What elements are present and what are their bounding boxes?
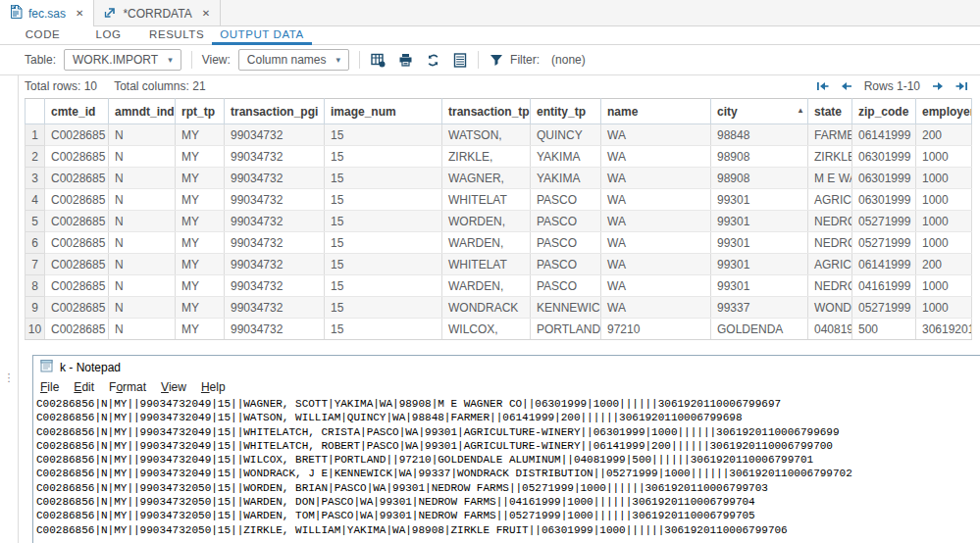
cell-rpt_tp[interactable]: MY [176,189,225,211]
cell-city[interactable]: 98848 [711,124,808,146]
cell-state[interactable]: NEDROW F [808,232,852,254]
cell-employer[interactable]: 1000 [916,211,972,232]
subtab-code[interactable]: CODE [10,26,76,45]
cell-amndt_ind[interactable]: N [109,146,176,168]
cell-state[interactable]: M E WAGN [808,168,852,189]
cell-employer[interactable]: 1000 [916,168,972,189]
cell-zip_code[interactable]: 06301999 [852,189,916,211]
cell-city[interactable]: 99301 [711,211,808,232]
cell-entity_tp[interactable]: YAKIMA [531,146,601,168]
cell-cmte_id[interactable]: C0028685 [45,124,109,146]
column-header-image_num[interactable]: image_num [325,99,442,124]
close-icon[interactable]: ✕ [202,8,210,19]
cell-image_num[interactable]: 15 [325,168,442,189]
row-number[interactable]: 1 [26,124,45,146]
cell-entity_tp[interactable]: PASCO [531,189,601,211]
cell-transaction_tp[interactable]: WATSON, [442,124,531,146]
cell-state[interactable]: FARMER [808,124,852,146]
row-number[interactable]: 3 [26,168,45,189]
row-number[interactable]: 5 [26,211,45,232]
cell-zip_code[interactable]: 500 [852,319,916,340]
cell-cmte_id[interactable]: C0028685 [45,254,109,275]
cell-cmte_id[interactable]: C0028685 [45,146,109,168]
cell-zip_code[interactable]: 06301999 [852,146,916,168]
row-number[interactable]: 6 [26,232,45,254]
cell-image_num[interactable]: 15 [325,124,442,146]
cell-name[interactable]: 97210 [601,319,711,340]
cell-transaction_pgi[interactable]: 99034732 [225,189,325,211]
cell-rpt_tp[interactable]: MY [176,232,225,254]
view-select[interactable]: Column names ▾ [238,49,349,71]
cell-amndt_ind[interactable]: N [109,211,176,232]
column-properties-icon[interactable] [452,52,468,68]
cell-amndt_ind[interactable]: N [109,275,176,297]
cell-city[interactable]: 99337 [711,297,808,319]
column-header-rpt_tp[interactable]: rpt_tp [176,99,225,124]
cell-zip_code[interactable]: 05271999 [852,297,916,319]
cell-entity_tp[interactable]: PASCO [531,275,601,297]
row-number-header[interactable] [26,99,45,124]
cell-cmte_id[interactable]: C0028685 [45,297,109,319]
row-number[interactable]: 2 [26,146,45,168]
cell-employer[interactable]: 30619201 [916,319,972,340]
cell-state[interactable]: ZIRKLE F [808,146,852,168]
subtab-output-data[interactable]: OUTPUT DATA [212,26,312,45]
cell-cmte_id[interactable]: C0028685 [45,189,109,211]
cell-transaction_tp[interactable]: WHITELAT [442,254,531,275]
cell-amndt_ind[interactable]: N [109,297,176,319]
cell-transaction_tp[interactable]: ZIRKLE, [442,146,531,168]
cell-rpt_tp[interactable]: MY [176,211,225,232]
table-select[interactable]: WORK.IMPORT ▾ [64,49,181,71]
cell-transaction_tp[interactable]: WARDEN, [442,275,531,297]
cell-transaction_tp[interactable]: WHITELAT [442,189,531,211]
cell-state[interactable]: AGRICULT [808,189,852,211]
cell-state[interactable]: WONDRACK [808,297,852,319]
cell-amndt_ind[interactable]: N [109,319,176,340]
cell-transaction_pgi[interactable]: 99034732 [225,211,325,232]
cell-name[interactable]: WA [601,232,711,254]
notepad-text[interactable]: C00286856|N|MY||99034732049|15||WAGNER, … [33,396,980,537]
cell-state[interactable]: AGRICULT [808,254,852,275]
cell-transaction_pgi[interactable]: 99034732 [225,146,325,168]
cell-employer[interactable]: 200 [916,254,972,275]
cell-amndt_ind[interactable]: N [109,254,176,275]
cell-name[interactable]: WA [601,146,711,168]
cell-image_num[interactable]: 15 [325,232,442,254]
cell-rpt_tp[interactable]: MY [176,254,225,275]
column-header-city[interactable]: city▴ [711,99,808,124]
subtab-log[interactable]: LOG [76,26,141,45]
column-header-zip_code[interactable]: zip_code [852,99,916,124]
cell-cmte_id[interactable]: C0028685 [45,275,109,297]
cell-zip_code[interactable]: 04161999 [852,275,916,297]
column-header-transaction_tp[interactable]: transaction_tp [442,99,531,124]
cell-zip_code[interactable]: 05271999 [852,232,916,254]
cell-name[interactable]: WA [601,254,711,275]
subtab-results[interactable]: RESULTS [141,26,212,45]
cell-amndt_ind[interactable]: N [109,124,176,146]
cell-name[interactable]: WA [601,275,711,297]
cell-entity_tp[interactable]: KENNEWIC [531,297,601,319]
next-page-button[interactable] [932,81,944,91]
column-header-state[interactable]: state [808,99,852,124]
cell-state[interactable]: NEDROW F [808,211,852,232]
row-number[interactable]: 10 [26,319,45,340]
cell-rpt_tp[interactable]: MY [176,275,225,297]
menu-format[interactable]: Format [109,380,146,394]
cell-city[interactable]: 99301 [711,189,808,211]
cell-cmte_id[interactable]: C0028685 [45,319,109,340]
cell-city[interactable]: 99301 [711,275,808,297]
cell-city[interactable]: 98908 [711,146,808,168]
cell-transaction_pgi[interactable]: 99034732 [225,275,325,297]
cell-image_num[interactable]: 15 [325,275,442,297]
cell-amndt_ind[interactable]: N [109,189,176,211]
cell-state[interactable]: 04081999 [808,319,852,340]
cell-name[interactable]: WA [601,297,711,319]
cell-transaction_tp[interactable]: WILCOX, [442,319,531,340]
cell-cmte_id[interactable]: C0028685 [45,168,109,189]
column-header-employer[interactable]: employer [916,99,972,124]
cell-image_num[interactable]: 15 [325,297,442,319]
cell-zip_code[interactable]: 06301999 [852,168,916,189]
cell-employer[interactable]: 200 [916,124,972,146]
menu-help[interactable]: Help [201,380,226,394]
cell-city[interactable]: 99301 [711,232,808,254]
